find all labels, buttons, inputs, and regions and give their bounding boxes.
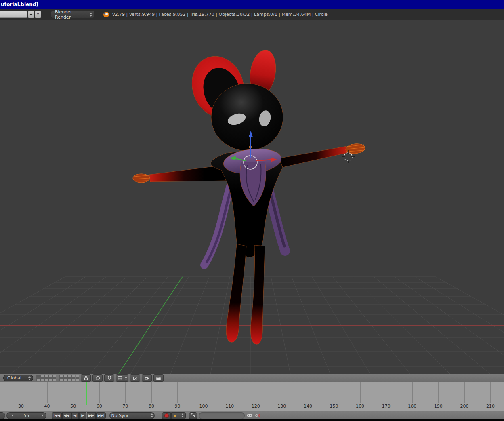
layer-toggle[interactable]	[44, 375, 48, 378]
character-left-hand	[133, 174, 150, 183]
keyframe-diamond-icon: ◆	[173, 413, 176, 418]
keying-set-button[interactable]	[189, 412, 197, 419]
auto-keying-mode-select[interactable]: ◆	[171, 412, 186, 419]
snap-element-icon	[117, 375, 123, 381]
current-frame-indicator[interactable]	[86, 382, 87, 405]
timeline-tick	[177, 382, 178, 403]
jump-to-end-button[interactable]: ▶▶|	[96, 412, 106, 419]
timeline-tick	[438, 382, 439, 403]
window-titlebar[interactable]: utorial.blend]	[0, 0, 504, 9]
opengl-render-image-button[interactable]	[142, 374, 152, 382]
transform-orientation-select[interactable]: Global	[3, 375, 33, 381]
timeline-tick-label: 80	[149, 404, 154, 409]
layer-toggle[interactable]	[40, 378, 44, 381]
layer-toggle[interactable]	[67, 375, 71, 378]
chevron-updown-icon	[181, 413, 184, 417]
play-reverse-button[interactable]: ◀	[71, 412, 79, 419]
screen-layout-field[interactable]	[0, 11, 27, 18]
layer-toggle[interactable]	[40, 375, 44, 378]
character-left-leg	[226, 244, 246, 342]
blender-logo-icon	[103, 11, 109, 18]
timeline-tick-label: 40	[44, 404, 50, 409]
layer-toggle[interactable]	[52, 375, 56, 378]
viewport-3d[interactable]	[0, 20, 504, 374]
character-right-arm	[279, 146, 347, 167]
timeline-header: 55 |◀◀◀◀◀▶▶▶▶▶| No Sync ◆	[0, 411, 504, 419]
layer-toggle[interactable]	[48, 378, 52, 381]
layer-toggle[interactable]	[67, 378, 71, 381]
layer-toggle[interactable]	[63, 378, 67, 381]
timeline-tick	[151, 382, 152, 403]
layer-toggle[interactable]	[48, 375, 52, 378]
layer-toggle[interactable]	[59, 378, 63, 381]
timeline-tick	[125, 382, 126, 403]
timeline-tick	[386, 382, 386, 403]
proportional-edit-button[interactable]	[92, 374, 103, 382]
timeline-tick-label: 110	[225, 404, 234, 409]
active-keying-set-field[interactable]	[199, 412, 245, 419]
timeline-tick-label: 200	[460, 404, 468, 409]
timeline-tick-label: 60	[97, 404, 102, 409]
layer-toggle[interactable]	[44, 378, 48, 381]
layer-toggle[interactable]	[52, 378, 56, 381]
record-icon	[164, 413, 169, 418]
snap-magnet-button[interactable]	[104, 374, 114, 382]
timeline-tick-label: 120	[252, 404, 260, 409]
timeline-tick	[464, 382, 465, 403]
render-engine-select[interactable]: Blender Render	[51, 11, 94, 18]
link-icon[interactable]	[246, 413, 253, 418]
timeline-tick	[73, 382, 74, 403]
timeline-tick-label: 150	[330, 404, 338, 409]
layer-toggle[interactable]	[71, 378, 75, 381]
auto-keyframe-button[interactable]	[162, 412, 171, 419]
timeline-tick-label: 130	[277, 404, 286, 409]
layer-toggle[interactable]	[76, 375, 79, 378]
layer-toggle[interactable]	[36, 375, 40, 378]
timeline-tick-label: 160	[356, 404, 364, 409]
av-sync-select[interactable]: No Sync	[109, 412, 155, 419]
layer-toggle[interactable]	[76, 378, 79, 381]
timeline-tick	[282, 382, 282, 403]
layer-toggle[interactable]	[71, 375, 75, 378]
next-keyframe-button[interactable]: ▶▶	[87, 412, 96, 419]
snap-element-button[interactable]	[116, 374, 128, 382]
timeline-tick-label: 100	[200, 404, 208, 409]
layer-toggle[interactable]	[36, 378, 40, 381]
add-layout-button[interactable]: +	[28, 11, 34, 18]
opengl-render-animation-button[interactable]	[153, 374, 164, 382]
layers-group-1	[36, 375, 56, 381]
timeline-tick-label: 170	[382, 404, 391, 409]
timeline-tick-label: 30	[18, 404, 24, 409]
previous-keyframe-button[interactable]: ◀◀	[62, 412, 71, 419]
scene-lock-button[interactable]	[81, 374, 91, 382]
current-frame-field[interactable]: 55	[6, 412, 46, 419]
timeline-tick-label: 210	[486, 404, 495, 409]
chevron-updown-icon	[151, 413, 153, 417]
playback-controls: |◀◀◀◀◀▶▶▶▶▶|	[52, 412, 106, 419]
render-border-button[interactable]	[130, 374, 140, 382]
decrement-arrow-icon[interactable]	[12, 414, 13, 417]
view3d-header: Global	[0, 374, 504, 382]
increment-arrow-icon[interactable]	[42, 414, 43, 417]
timeline-ruler[interactable]: 3040506070809010011012013014015016017018…	[0, 382, 504, 411]
play-button[interactable]: ▶	[79, 412, 86, 419]
info-header: + × Blender Render v2.79 | Verts:9,949 |…	[0, 9, 504, 20]
unlink-icon[interactable]	[254, 413, 261, 418]
window-bottom-edge	[0, 419, 504, 421]
render-border-icon	[132, 375, 138, 381]
key-icon	[190, 412, 196, 419]
timeline-tick	[256, 382, 256, 403]
timeline-tick-label: 90	[174, 404, 180, 409]
partial-widget[interactable]	[0, 412, 5, 419]
scene-stats: v2.79 | Verts:9,949 | Faces:9,852 | Tris…	[112, 12, 328, 17]
timeline-tick	[204, 382, 204, 403]
layer-toggle[interactable]	[63, 375, 67, 378]
chevron-updown-icon	[125, 376, 127, 380]
character-model[interactable]	[133, 48, 365, 344]
current-frame-value: 55	[24, 413, 29, 418]
transform-orientation-value: Global	[7, 375, 21, 381]
jump-to-start-button[interactable]: |◀◀	[52, 412, 62, 419]
timeline-tick	[412, 382, 413, 403]
layer-toggle[interactable]	[59, 375, 63, 378]
close-layout-button[interactable]: ×	[35, 11, 41, 18]
